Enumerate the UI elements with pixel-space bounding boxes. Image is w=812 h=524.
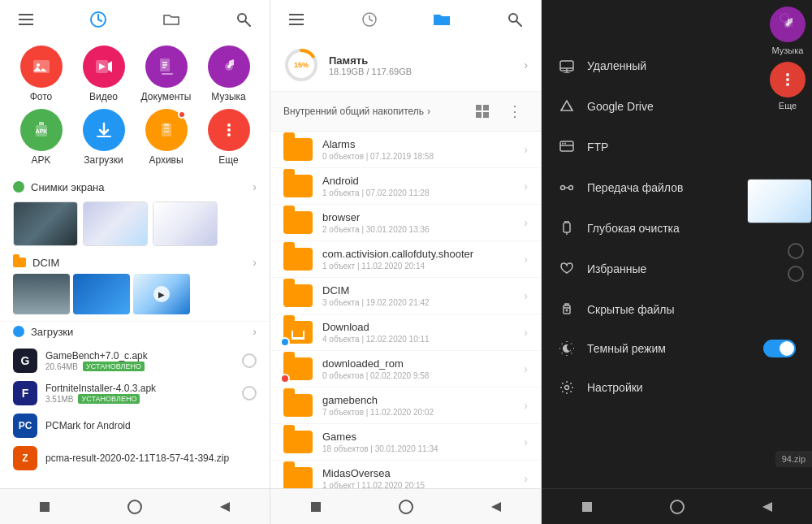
dark-mode-toggle[interactable] [763,340,796,357]
folder-gamebench [283,394,313,417]
svg-rect-46 [311,502,321,512]
right-bottom-nav [542,488,812,524]
sidebar-label-remote: Удаленный [587,59,796,72]
file-chevron-downloaded-rom: › [524,362,528,375]
stop-btn-right[interactable] [575,495,599,519]
dcim-thumb-3[interactable]: ▶ [133,274,190,314]
file-chevron-browser: › [524,216,528,229]
app-archives[interactable]: Архивы [138,109,194,166]
right-music-icon[interactable]: Музыка [770,6,806,55]
file-name-callofduty: com.activision.callofduty.shooter [322,248,514,260]
svg-point-27 [227,128,231,132]
more-options-icon[interactable]: ⋮ [502,98,528,124]
radio-1[interactable] [242,386,257,401]
home-btn-middle[interactable] [394,495,418,519]
svg-marker-48 [491,502,501,512]
dcim-header: DCIM › [13,256,257,269]
back-btn-middle[interactable] [484,495,508,519]
file-item-downloaded-rom[interactable]: downloaded_rom 0 объектов | 02.02.2020 9… [270,351,541,388]
download-item-1[interactable]: F FortniteInstaller-4.0.3.apk 3.51MB УСТ… [13,377,257,409]
clock-icon[interactable] [85,6,111,32]
file-name-dcim: DCIM [322,284,514,297]
download-item-3[interactable]: Z pcma-result-2020-02-11T18-57-41-394.zi… [13,442,257,474]
grid-view-icon[interactable] [469,98,495,124]
file-item-callofduty[interactable]: com.activision.callofduty.shooter 1 объе… [270,241,541,278]
file-meta-gamebench: 7 объектов | 11.02.2020 20:02 [322,408,514,417]
file-item-games[interactable]: Games 18 объектов | 30.01.2020 11:34 › [270,424,541,461]
file-item-browser[interactable]: browser 2 объекта | 30.01.2020 13:36 › [270,205,541,241]
right-more-label: Еще [779,101,797,110]
file-chevron-games: › [524,435,528,448]
file-chevron-callofduty: › [524,253,528,266]
screenshot-thumb-2[interactable] [83,201,148,246]
file-item-dcim[interactable]: DCIM 3 объекта | 19.02.2020 21:42 › [270,278,541,314]
folder-icon[interactable] [158,6,184,32]
sidebar-item-darkmode[interactable]: Темный режим [542,330,812,367]
file-meta-games: 18 объектов | 30.01.2020 11:34 [322,444,514,453]
file-item-android[interactable]: Android 1 объекта | 07.02.2020 11:28 › [270,168,541,205]
svg-rect-24 [164,128,169,129]
file-item-gamebench[interactable]: gamebench 7 объектов | 11.02.2020 20:02 … [270,388,541,424]
file-name-android: Android [322,175,514,187]
svg-rect-25 [164,131,169,132]
dcim-thumb-1[interactable] [13,274,70,314]
app-video[interactable]: Видео [76,45,132,102]
file-meta-alarms: 0 объектов | 07.12.2019 18:58 [322,152,514,161]
file-item-midas[interactable]: MidasOversea 1 объект | 11.02.2020 20:15… [270,461,541,488]
download-icon-1: F [13,381,37,405]
menu-icon[interactable] [13,6,39,32]
dcim-thumb-2[interactable] [73,274,130,314]
download-dot-red [280,374,290,383]
file-item-alarms[interactable]: Alarms 0 объектов | 07.12.2019 18:58 › [270,132,541,168]
right-corner-apps: Музыка Еще [770,0,812,110]
home-btn-right[interactable] [665,495,689,519]
radio-0[interactable] [242,353,257,368]
sidebar-item-ftp[interactable]: FTP [542,127,812,167]
app-music[interactable]: Музыка [201,45,257,102]
app-archives-label: Архивы [149,154,183,166]
favorites-icon [558,260,576,278]
app-more[interactable]: Еще [201,109,257,166]
file-name-gamebench: gamebench [322,394,514,406]
svg-line-7 [245,21,250,26]
screenshot-thumb-3[interactable] [153,201,218,246]
dcim-thumbs: ▶ [13,274,257,314]
middle-folder-icon[interactable] [429,6,455,32]
screenshots-section-header[interactable]: Снимки экрана › [0,175,270,198]
app-downloads[interactable]: Загрузки [76,109,132,166]
app-photos[interactable]: Фото [13,45,69,102]
right-more-icon[interactable]: Еще [770,62,806,110]
file-meta-android: 1 объекта | 07.02.2020 11:28 [322,188,514,197]
back-btn-left[interactable] [213,495,237,519]
folder-games [283,431,313,453]
app-video-label: Видео [89,91,118,102]
file-item-download[interactable]: Download 4 объекта | 12.02.2020 10:11 › [270,314,541,351]
play-button[interactable]: ▶ [153,286,170,302]
svg-rect-34 [289,24,304,25]
file-meta-browser: 2 объекта | 30.01.2020 13:36 [322,225,514,234]
middle-panel-header [270,0,541,39]
sidebar-item-favorites[interactable]: Избранные [542,249,812,289]
back-btn-right[interactable] [755,495,780,519]
svg-point-28 [227,133,231,136]
stop-btn-middle[interactable] [304,495,328,519]
middle-menu-icon[interactable] [283,6,309,32]
search-icon[interactable] [231,6,257,32]
stop-btn-left[interactable] [32,495,57,519]
app-apk[interactable]: APK APK [13,109,69,166]
home-btn-left[interactable] [123,495,147,519]
app-docs[interactable]: Документы [138,45,194,102]
middle-search-icon[interactable] [502,6,528,32]
download-item-0[interactable]: G GameBench+7.0_c.apk 20.64MB УСТАНОВЛЕН… [13,344,257,377]
download-item-2[interactable]: PC PCMark for Android [13,409,257,442]
download-name-2: PCMark for Android [45,420,257,431]
folder-callofduty [283,248,313,271]
file-meta-callofduty: 1 объект | 11.02.2020 20:14 [322,262,514,271]
middle-clock-icon[interactable] [356,6,382,32]
file-chevron-gamebench: › [524,399,528,412]
sidebar-item-settings[interactable]: Настройки [542,367,812,408]
breadcrumb-path[interactable]: Внутренний общий накопитель › [283,106,430,117]
screenshot-thumb-1[interactable] [13,201,78,246]
downloads-section-label: Загрузки [31,326,73,338]
sidebar-item-hidden[interactable]: Скрытые файлы [542,289,812,330]
